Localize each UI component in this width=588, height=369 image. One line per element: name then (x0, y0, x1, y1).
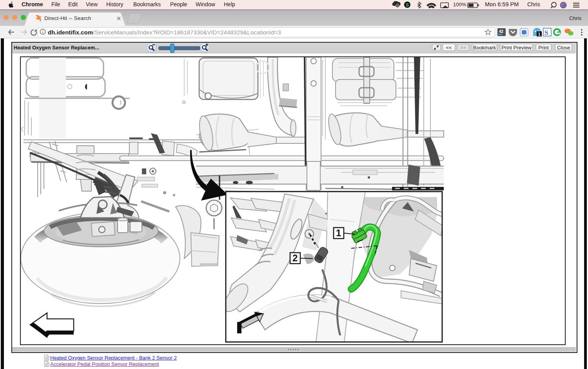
svg-text:1: 1 (336, 228, 341, 238)
svg-text:1: 1 (538, 32, 541, 36)
svg-text:2: 2 (292, 253, 298, 263)
svg-text:S: S (406, 2, 409, 8)
svg-text:42: 42 (499, 29, 504, 34)
svg-text:S: S (544, 29, 548, 36)
